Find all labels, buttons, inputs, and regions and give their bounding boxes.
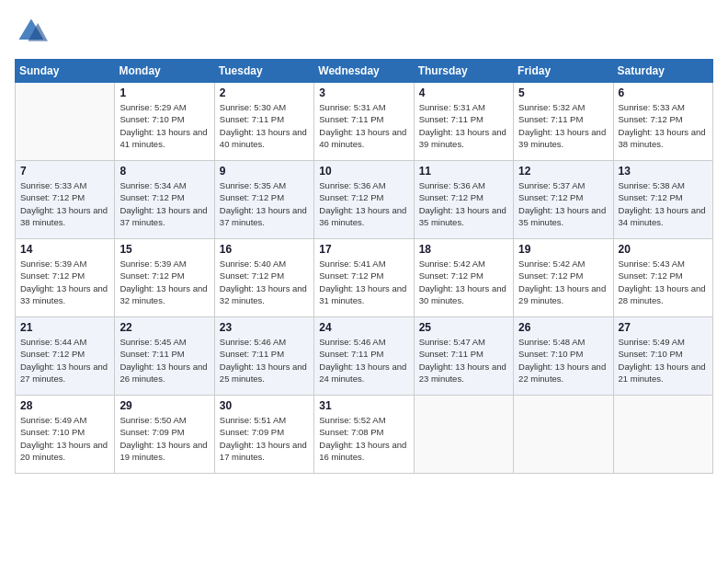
day-number: 17: [319, 243, 408, 256]
calendar-cell: 14Sunrise: 5:39 AMSunset: 7:12 PMDayligh…: [16, 239, 115, 317]
day-info: Sunrise: 5:43 AMSunset: 7:12 PMDaylight:…: [619, 258, 708, 306]
day-info: Sunrise: 5:46 AMSunset: 7:11 PMDaylight:…: [220, 336, 309, 385]
day-info: Sunrise: 5:41 AMSunset: 7:12 PMDaylight:…: [319, 258, 408, 306]
calendar-cell: 12Sunrise: 5:37 AMSunset: 7:12 PMDayligh…: [514, 161, 613, 239]
header-thursday: Thursday: [414, 60, 513, 83]
day-info: Sunrise: 5:33 AMSunset: 7:12 PMDaylight:…: [20, 179, 109, 228]
calendar-cell: 15Sunrise: 5:39 AMSunset: 7:12 PMDayligh…: [115, 239, 214, 317]
day-info: Sunrise: 5:46 AMSunset: 7:11 PMDaylight:…: [319, 336, 408, 385]
day-number: 31: [319, 399, 408, 412]
calendar-cell: 13Sunrise: 5:38 AMSunset: 7:12 PMDayligh…: [613, 161, 712, 239]
day-info: Sunrise: 5:39 AMSunset: 7:12 PMDaylight:…: [119, 258, 209, 306]
calendar-header-row: SundayMondayTuesdayWednesdayThursdayFrid…: [16, 60, 713, 83]
day-info: Sunrise: 5:47 AMSunset: 7:11 PMDaylight:…: [419, 336, 508, 385]
day-number: 7: [20, 165, 109, 178]
header-tuesday: Tuesday: [214, 60, 313, 83]
day-number: 20: [619, 243, 708, 256]
day-number: 15: [119, 243, 209, 256]
day-number: 4: [419, 86, 508, 99]
day-info: Sunrise: 5:48 AMSunset: 7:10 PMDaylight:…: [518, 336, 608, 385]
day-number: 27: [619, 321, 708, 334]
day-number: 21: [20, 321, 109, 334]
header-saturday: Saturday: [613, 60, 712, 83]
calendar-week-5: 28Sunrise: 5:49 AMSunset: 7:10 PMDayligh…: [16, 396, 713, 474]
header-wednesday: Wednesday: [314, 60, 414, 83]
calendar-cell: 8Sunrise: 5:34 AMSunset: 7:12 PMDaylight…: [115, 161, 214, 239]
calendar-table: SundayMondayTuesdayWednesdayThursdayFrid…: [15, 59, 713, 474]
calendar-cell: 7Sunrise: 5:33 AMSunset: 7:12 PMDaylight…: [16, 161, 115, 239]
calendar-cell: 17Sunrise: 5:41 AMSunset: 7:12 PMDayligh…: [314, 239, 414, 317]
header-sunday: Sunday: [16, 60, 115, 83]
calendar-cell: 28Sunrise: 5:49 AMSunset: 7:10 PMDayligh…: [16, 396, 115, 474]
day-number: 28: [20, 399, 109, 412]
calendar-cell: [16, 83, 115, 161]
day-number: 16: [220, 243, 309, 256]
day-number: 29: [119, 399, 209, 412]
calendar-week-4: 21Sunrise: 5:44 AMSunset: 7:12 PMDayligh…: [16, 317, 713, 396]
day-info: Sunrise: 5:30 AMSunset: 7:11 PMDaylight:…: [220, 101, 309, 150]
day-number: 6: [619, 86, 708, 99]
day-info: Sunrise: 5:42 AMSunset: 7:12 PMDaylight:…: [518, 258, 608, 306]
calendar-cell: 16Sunrise: 5:40 AMSunset: 7:12 PMDayligh…: [214, 239, 313, 317]
page-header: [15, 15, 713, 48]
day-info: Sunrise: 5:42 AMSunset: 7:12 PMDaylight:…: [419, 258, 508, 306]
calendar-cell: 3Sunrise: 5:31 AMSunset: 7:11 PMDaylight…: [314, 83, 414, 161]
calendar-cell: 5Sunrise: 5:32 AMSunset: 7:11 PMDaylight…: [514, 83, 613, 161]
day-number: 12: [518, 165, 608, 178]
calendar-cell: [613, 396, 712, 474]
day-number: 26: [518, 321, 608, 334]
day-info: Sunrise: 5:45 AMSunset: 7:11 PMDaylight:…: [119, 336, 209, 385]
calendar-cell: 10Sunrise: 5:36 AMSunset: 7:12 PMDayligh…: [314, 161, 414, 239]
day-info: Sunrise: 5:39 AMSunset: 7:12 PMDaylight:…: [20, 258, 109, 306]
day-number: 13: [619, 165, 708, 178]
day-info: Sunrise: 5:36 AMSunset: 7:12 PMDaylight:…: [419, 179, 508, 228]
day-number: 25: [419, 321, 508, 334]
calendar-cell: [414, 396, 513, 474]
day-number: 24: [319, 321, 408, 334]
calendar-cell: 27Sunrise: 5:49 AMSunset: 7:10 PMDayligh…: [613, 317, 712, 396]
day-number: 30: [220, 399, 309, 412]
day-info: Sunrise: 5:35 AMSunset: 7:12 PMDaylight:…: [220, 179, 309, 228]
day-number: 11: [419, 165, 508, 178]
calendar-cell: [514, 396, 613, 474]
calendar-cell: 19Sunrise: 5:42 AMSunset: 7:12 PMDayligh…: [514, 239, 613, 317]
calendar-week-2: 7Sunrise: 5:33 AMSunset: 7:12 PMDaylight…: [16, 161, 713, 239]
day-info: Sunrise: 5:33 AMSunset: 7:12 PMDaylight:…: [619, 101, 708, 150]
day-info: Sunrise: 5:32 AMSunset: 7:11 PMDaylight:…: [518, 101, 608, 150]
calendar-cell: 30Sunrise: 5:51 AMSunset: 7:09 PMDayligh…: [214, 396, 313, 474]
day-number: 5: [518, 86, 608, 99]
day-number: 10: [319, 165, 408, 178]
day-info: Sunrise: 5:40 AMSunset: 7:12 PMDaylight:…: [220, 258, 309, 306]
day-number: 14: [20, 243, 109, 256]
calendar-cell: 24Sunrise: 5:46 AMSunset: 7:11 PMDayligh…: [314, 317, 414, 396]
calendar-cell: 26Sunrise: 5:48 AMSunset: 7:10 PMDayligh…: [514, 317, 613, 396]
calendar-week-1: 1Sunrise: 5:29 AMSunset: 7:10 PMDaylight…: [16, 83, 713, 161]
day-info: Sunrise: 5:52 AMSunset: 7:08 PMDaylight:…: [319, 414, 408, 463]
calendar-cell: 18Sunrise: 5:42 AMSunset: 7:12 PMDayligh…: [414, 239, 513, 317]
day-number: 8: [119, 165, 209, 178]
calendar-cell: 29Sunrise: 5:50 AMSunset: 7:09 PMDayligh…: [115, 396, 214, 474]
calendar-cell: 20Sunrise: 5:43 AMSunset: 7:12 PMDayligh…: [613, 239, 712, 317]
day-info: Sunrise: 5:31 AMSunset: 7:11 PMDaylight:…: [319, 101, 408, 150]
calendar-cell: 25Sunrise: 5:47 AMSunset: 7:11 PMDayligh…: [414, 317, 513, 396]
day-number: 9: [220, 165, 309, 178]
day-number: 3: [319, 86, 408, 99]
calendar-cell: 1Sunrise: 5:29 AMSunset: 7:10 PMDaylight…: [115, 83, 214, 161]
calendar-cell: 2Sunrise: 5:30 AMSunset: 7:11 PMDaylight…: [214, 83, 313, 161]
day-info: Sunrise: 5:51 AMSunset: 7:09 PMDaylight:…: [220, 414, 309, 463]
calendar-cell: 11Sunrise: 5:36 AMSunset: 7:12 PMDayligh…: [414, 161, 513, 239]
calendar-cell: 23Sunrise: 5:46 AMSunset: 7:11 PMDayligh…: [214, 317, 313, 396]
calendar-cell: 21Sunrise: 5:44 AMSunset: 7:12 PMDayligh…: [16, 317, 115, 396]
calendar-cell: 4Sunrise: 5:31 AMSunset: 7:11 PMDaylight…: [414, 83, 513, 161]
day-info: Sunrise: 5:44 AMSunset: 7:12 PMDaylight:…: [20, 336, 109, 385]
calendar-cell: 22Sunrise: 5:45 AMSunset: 7:11 PMDayligh…: [115, 317, 214, 396]
day-info: Sunrise: 5:49 AMSunset: 7:10 PMDaylight:…: [619, 336, 708, 385]
day-number: 18: [419, 243, 508, 256]
day-number: 2: [220, 86, 309, 99]
logo-icon: [15, 15, 48, 48]
day-info: Sunrise: 5:34 AMSunset: 7:12 PMDaylight:…: [119, 179, 209, 228]
day-number: 22: [119, 321, 209, 334]
logo: [15, 15, 51, 48]
day-info: Sunrise: 5:49 AMSunset: 7:10 PMDaylight:…: [20, 414, 109, 463]
calendar-cell: 9Sunrise: 5:35 AMSunset: 7:12 PMDaylight…: [214, 161, 313, 239]
